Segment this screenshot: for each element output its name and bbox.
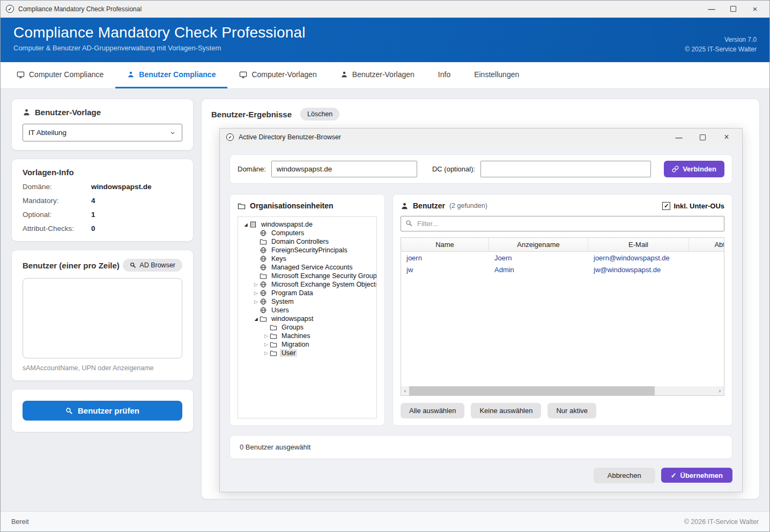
tree-item-label: Microsoft Exchange System Objects xyxy=(270,281,377,288)
tree-item-user[interactable]: ▷User xyxy=(240,349,374,357)
minimize-button[interactable]: — xyxy=(707,5,716,12)
scroll-right-icon[interactable]: › xyxy=(716,386,724,395)
connect-button[interactable]: Verbinden xyxy=(664,161,724,177)
tree-item-domain-controllers[interactable]: Domain Controllers xyxy=(240,237,374,246)
tab-einstellungen[interactable]: Einstellungen xyxy=(462,62,531,88)
template-info-card: Vorlagen-Info Domäne:windowspapst.deMand… xyxy=(11,159,194,242)
tree-item-foreignsecurityprincipals[interactable]: ForeignSecurityPrincipals xyxy=(240,246,374,254)
ad-browser-button[interactable]: AD Browser xyxy=(123,259,182,272)
tree-item-computers[interactable]: Computers xyxy=(240,229,374,237)
window-controls: — × xyxy=(707,5,764,13)
apply-button[interactable]: ✓ Übernehmen xyxy=(661,468,732,483)
tree-item-label: Program Data xyxy=(270,289,315,297)
close-button[interactable]: × xyxy=(750,5,760,13)
cell-name: joern xyxy=(401,254,489,262)
horizontal-scrollbar[interactable]: ‹ › xyxy=(401,386,724,395)
tree-item-label: ForeignSecurityPrincipals xyxy=(270,246,349,254)
clear-results-button[interactable]: Löschen xyxy=(300,108,339,121)
keine-auswaehlen-button[interactable]: Keine auswählen xyxy=(471,403,541,418)
folder-icon xyxy=(270,324,277,331)
domain-input[interactable] xyxy=(271,161,417,177)
template-card-title: Benutzer-Vorlage xyxy=(35,108,101,117)
column-header-name[interactable]: Name xyxy=(401,238,489,251)
tree-item-program-data[interactable]: ▷Program Data xyxy=(240,289,374,297)
search-icon xyxy=(130,262,136,268)
expand-icon[interactable]: ▷ xyxy=(263,342,270,347)
scroll-left-icon[interactable]: ‹ xyxy=(401,386,409,395)
tree-item-groups[interactable]: Groups xyxy=(240,323,374,332)
tab-benutzer-compliance[interactable]: Benutzer Compliance xyxy=(115,62,227,88)
tree-item-users[interactable]: Users xyxy=(240,306,374,314)
tree-item-system[interactable]: ▷System xyxy=(240,297,374,306)
user-icon xyxy=(401,202,409,210)
tab-computer-compliance[interactable]: Computer Compliance xyxy=(5,62,115,88)
collapse-icon[interactable]: ◢ xyxy=(242,222,249,227)
filter-input[interactable] xyxy=(401,216,724,231)
info-row: Mandatory:4 xyxy=(23,197,182,205)
user-icon xyxy=(127,71,135,78)
tab-benutzer-vorlagen[interactable]: Benutzer-Vorlagen xyxy=(329,62,426,88)
tab-label: Benutzer-Vorlagen xyxy=(352,70,414,79)
tab-info[interactable]: Info xyxy=(426,62,462,88)
tab-computer-vorlagen[interactable]: Computer-Vorlagen xyxy=(227,62,328,88)
os-titlebar: ✓ Compliance Mandatory Check Professiona… xyxy=(1,1,769,18)
column-header-e-mail[interactable]: E-Mail xyxy=(588,238,689,251)
check-icon: ✓ xyxy=(671,471,677,479)
domain-label: Domäne: xyxy=(238,165,266,173)
app-header: Compliance Mandatory Check Professional … xyxy=(1,18,769,62)
alle-auswaehlen-button[interactable]: Alle auswählen xyxy=(401,403,464,418)
tree-item-label: Machines xyxy=(280,332,312,340)
include-sub-ous[interactable]: ✓ Inkl. Unter-OUs xyxy=(662,202,724,210)
monitor-icon xyxy=(239,71,247,79)
tab-bar: Computer ComplianceBenutzer ComplianceCo… xyxy=(1,62,769,89)
column-header-abteilung[interactable]: Abteilung xyxy=(689,238,724,251)
maximize-button[interactable] xyxy=(730,6,736,12)
cell-e-mail: jw@windowspapst.de xyxy=(588,266,689,274)
template-select[interactable]: IT Abteilung xyxy=(23,124,182,141)
table-row[interactable]: jwAdminjw@windowspapst.de xyxy=(401,264,724,275)
ou-tree: ◢windowspapst.deComputersDomain Controll… xyxy=(238,216,377,418)
expand-icon[interactable]: ▷ xyxy=(253,290,260,296)
dialog-close-button[interactable]: × xyxy=(722,133,731,141)
tree-item-microsoft-exchange-security-groups[interactable]: Microsoft Exchange Security Groups xyxy=(240,272,374,280)
tree-item-windowspapst-de[interactable]: ◢windowspapst.de xyxy=(240,220,374,229)
expand-icon[interactable]: ▷ xyxy=(263,350,270,356)
user-icon xyxy=(23,108,31,116)
tree-item-keys[interactable]: Keys xyxy=(240,254,374,263)
tree-item-migration[interactable]: ▷Migration xyxy=(240,340,374,349)
tree-item-managed-service-accounts[interactable]: Managed Service Accounts xyxy=(240,263,374,272)
dialog-maximize-button[interactable] xyxy=(700,134,706,140)
scrollbar-thumb[interactable] xyxy=(409,386,655,395)
tree-item-microsoft-exchange-system-objects[interactable]: ▷Microsoft Exchange System Objects xyxy=(240,280,374,289)
info-value: 1 xyxy=(91,211,95,219)
tree-item-windowspapst[interactable]: ◢windowspapst xyxy=(240,314,374,323)
tree-item-label: Managed Service Accounts xyxy=(270,264,354,271)
folder-icon xyxy=(260,272,267,280)
table-row[interactable]: joernJoernjoern@windowspapst.de xyxy=(401,252,724,264)
tree-item-label: Migration xyxy=(280,341,310,348)
circle-check-icon: ✓ xyxy=(6,5,14,13)
users-table: NameAnzeigenameE-MailAbteilung joernJoer… xyxy=(401,237,724,396)
ou-panel-title: Organisationseinheiten xyxy=(250,201,334,210)
column-header-anzeigename[interactable]: Anzeigename xyxy=(489,238,588,251)
nur-aktive-button[interactable]: Nur aktive xyxy=(547,403,596,418)
collapse-icon[interactable]: ◢ xyxy=(253,317,260,321)
user-icon xyxy=(340,71,348,78)
template-card: Benutzer-Vorlage IT Abteilung xyxy=(11,99,194,151)
expand-icon[interactable]: ▷ xyxy=(253,282,260,287)
cancel-button[interactable]: Abbrechen xyxy=(594,468,655,483)
tree-item-label: System xyxy=(270,298,295,305)
expand-icon[interactable]: ▷ xyxy=(263,333,270,339)
ad-browser-dialog: ✓ Active Directory Benutzer-Browser — × … xyxy=(219,128,743,492)
users-hint: sAMAccountName, UPN oder Anzeigename xyxy=(23,364,182,372)
tree-item-label: User xyxy=(280,349,297,357)
checkbox-checked-icon[interactable]: ✓ xyxy=(662,202,670,210)
dc-input[interactable] xyxy=(480,161,651,177)
check-users-button[interactable]: Benutzer prüfen xyxy=(23,401,182,421)
status-bar: Bereit © 2026 IT-Service Walter xyxy=(1,511,769,531)
tree-item-machines[interactable]: ▷Machines xyxy=(240,332,374,340)
dialog-minimize-button[interactable]: — xyxy=(674,134,684,141)
selection-buttons: Alle auswählenKeine auswählenNur aktive xyxy=(401,403,724,418)
users-textarea[interactable] xyxy=(23,278,182,358)
expand-icon[interactable]: ▷ xyxy=(253,299,260,304)
